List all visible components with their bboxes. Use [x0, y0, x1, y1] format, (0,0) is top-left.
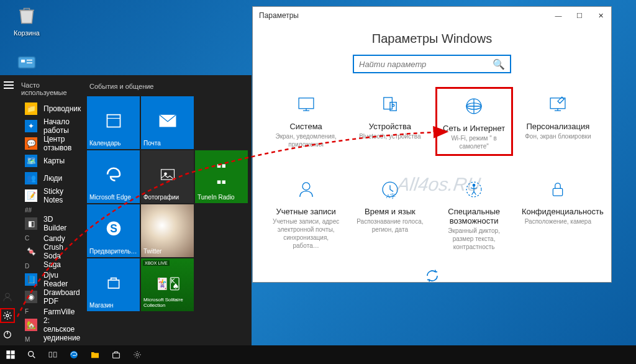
svg-rect-19: [550, 98, 565, 109]
maximize-button[interactable]: ☐: [569, 7, 590, 24]
power-icon[interactable]: [0, 327, 15, 342]
svg-point-34: [136, 353, 139, 356]
start-button[interactable]: [0, 345, 21, 364]
svg-rect-13: [299, 98, 314, 109]
app-getstarted[interactable]: ✦Начало работы: [15, 117, 83, 135]
taskbar-settings[interactable]: [127, 345, 148, 364]
svg-point-16: [392, 104, 394, 106]
frequently-used-header: Часто используемые: [15, 75, 83, 100]
svg-rect-25: [553, 188, 563, 196]
update-icon[interactable]: [421, 266, 443, 286]
app-sticky[interactable]: 📝Sticky Notes: [15, 187, 83, 204]
svg-text:S: S: [110, 222, 117, 235]
taskbar-edge[interactable]: [63, 345, 84, 364]
settings-window: Параметры — ☐ ✕ Параметры Windows 🔍 Сист…: [252, 6, 612, 283]
start-menu: Часто используемые 📁Проводник ✦Начало ра…: [0, 75, 252, 345]
app-explorer[interactable]: 📁Проводник: [15, 100, 83, 117]
task-view-icon[interactable]: [42, 345, 63, 364]
tile-tunein[interactable]: ▪▪▪▪TuneIn Radio: [195, 150, 248, 203]
taskbar-search-icon[interactable]: [21, 345, 42, 364]
tile-calendar[interactable]: Календарь: [87, 96, 140, 149]
category-time-language[interactable]: A字 Время и языкРаспознавание голоса, рег…: [351, 172, 429, 255]
category-accounts[interactable]: Учетные записиУчетные записи, адрес элек…: [267, 172, 345, 255]
svg-rect-3: [27, 63, 32, 64]
settings-heading: Параметры Windows: [253, 32, 611, 46]
svg-rect-28: [6, 355, 10, 359]
svg-rect-29: [11, 355, 15, 359]
svg-rect-27: [11, 350, 15, 354]
app-candycrush[interactable]: 🍬Candy Crush Soda Saga: [15, 243, 83, 260]
app-drawboard[interactable]: ◉Drawboard PDF: [15, 288, 83, 306]
user-icon[interactable]: [0, 289, 15, 304]
app-3dbuilder[interactable]: ◧3D Builder: [15, 215, 83, 232]
svg-rect-26: [6, 350, 10, 354]
search-input[interactable]: [359, 60, 493, 69]
svg-text:A字: A字: [386, 193, 396, 199]
category-system[interactable]: СистемаЭкран, уведомления, приложения: [267, 87, 345, 156]
taskbar-explorer[interactable]: [84, 345, 106, 364]
taskbar: [0, 345, 636, 364]
hamburger-icon[interactable]: [4, 80, 14, 91]
category-personalization[interactable]: ПерсонализацияФон, экран блокировки: [519, 87, 597, 156]
tiles-header: События и общение: [89, 83, 245, 90]
tile-mail[interactable]: Почта: [141, 96, 194, 149]
app-people[interactable]: 👥Люди: [15, 170, 83, 187]
tile-photos[interactable]: Фотографии: [141, 150, 194, 203]
tile-solitaire[interactable]: XBOX LIVE 🃏🂮 Microsoft Solitaire Collect…: [141, 258, 194, 311]
svg-point-10: [164, 172, 167, 175]
svg-rect-31: [49, 352, 52, 357]
app-farmville[interactable]: 🏡FarmVille 2: сельское уединение: [15, 316, 83, 334]
category-network[interactable]: Сеть и ИнтернетWi-Fi, режим " в самолете…: [435, 87, 513, 156]
svg-rect-2: [27, 60, 32, 61]
tile-twitter[interactable]: Twitter: [141, 204, 194, 257]
svg-point-4: [6, 293, 10, 298]
svg-rect-14: [384, 98, 393, 109]
search-field[interactable]: 🔍: [353, 55, 511, 73]
svg-rect-7: [107, 114, 120, 127]
tile-edge[interactable]: Microsoft Edge: [87, 150, 140, 203]
settings-icon[interactable]: [0, 308, 15, 323]
svg-point-20: [302, 183, 310, 190]
category-ease-of-access[interactable]: Специальные возможностиЭкранный диктор, …: [435, 172, 513, 255]
svg-point-30: [29, 352, 34, 357]
svg-point-5: [6, 314, 9, 317]
svg-rect-1: [21, 60, 25, 63]
tile-store[interactable]: Магазин: [87, 258, 140, 311]
svg-point-24: [473, 184, 475, 186]
app-maps[interactable]: 🗺️Карты: [15, 152, 83, 170]
svg-rect-32: [53, 352, 57, 357]
category-devices[interactable]: УстройстваBluetooth, устройства: [351, 87, 429, 156]
close-button[interactable]: ✕: [590, 7, 611, 24]
search-icon: 🔍: [493, 58, 505, 70]
app-feedback[interactable]: 💬Центр отзывов: [15, 135, 83, 152]
desktop-trash[interactable]: Корзина: [4, 2, 50, 37]
minimize-button[interactable]: —: [548, 7, 569, 24]
tile-skype[interactable]: SПредваритель…: [87, 204, 140, 257]
app-djvu[interactable]: 📘Djvu Reader: [15, 271, 83, 288]
taskbar-store[interactable]: [106, 345, 127, 364]
category-privacy[interactable]: КонфиденциальностьРасположение, камера: [519, 172, 597, 255]
